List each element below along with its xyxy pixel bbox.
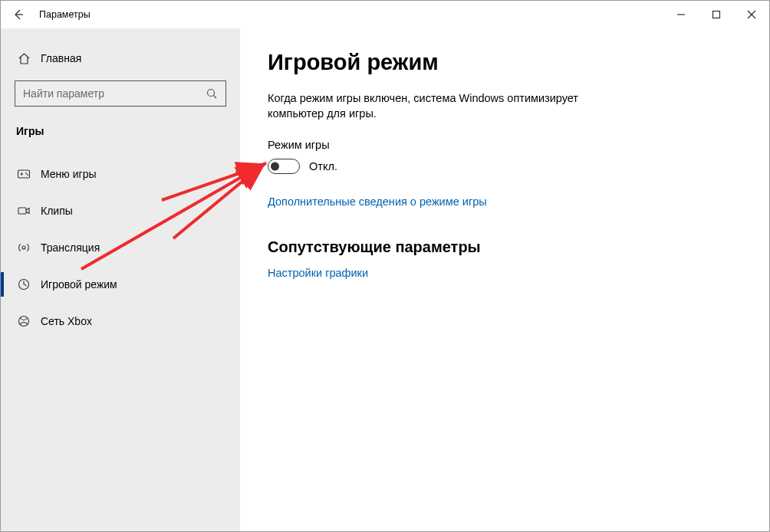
sidebar: Главная Игры	[1, 28, 240, 531]
svg-point-11	[27, 174, 28, 176]
sidebar-home[interactable]: Главная	[1, 44, 240, 73]
toggle-row: Откл.	[268, 159, 739, 174]
related-settings-title: Сопутствующие параметры	[268, 238, 739, 256]
svg-rect-7	[18, 170, 30, 178]
titlebar: Параметры	[1, 1, 769, 28]
maximize-button[interactable]	[699, 1, 734, 28]
sidebar-item-game-bar[interactable]: Меню игры	[1, 156, 240, 192]
sidebar-section-label: Игры	[1, 107, 240, 145]
search-input[interactable]	[23, 87, 189, 100]
svg-point-5	[208, 90, 215, 97]
minimize-button[interactable]	[663, 1, 699, 28]
home-icon	[16, 52, 31, 65]
sidebar-item-label: Меню игры	[31, 168, 97, 180]
window-controls	[663, 1, 769, 28]
captures-icon	[16, 204, 31, 218]
toggle-state-label: Откл.	[309, 160, 337, 172]
toggle-caption: Режим игры	[268, 139, 739, 151]
graphics-settings-link[interactable]: Настройки графики	[268, 267, 368, 279]
svg-line-6	[214, 96, 217, 99]
svg-rect-2	[713, 11, 720, 18]
svg-point-10	[25, 172, 27, 174]
page-title: Игровой режим	[268, 50, 739, 75]
sidebar-item-captures[interactable]: Клипы	[1, 192, 240, 229]
sidebar-item-broadcast[interactable]: Трансляция	[1, 229, 240, 266]
search-icon	[206, 87, 218, 100]
close-button[interactable]	[734, 1, 769, 28]
sidebar-item-xbox-net[interactable]: Сеть Xbox	[1, 303, 240, 340]
sidebar-item-label: Клипы	[31, 205, 73, 217]
sidebar-item-label: Трансляция	[31, 241, 100, 254]
sidebar-home-label: Главная	[31, 52, 81, 64]
page-description: Когда режим игры включен, система Window…	[268, 90, 636, 122]
sidebar-item-game-mode[interactable]: Игровой режим	[1, 266, 240, 303]
sidebar-item-label: Сеть Xbox	[31, 315, 92, 327]
game-mode-icon	[16, 277, 31, 291]
close-icon	[747, 10, 756, 19]
body: Главная Игры	[1, 28, 769, 531]
window-title: Параметры	[36, 9, 90, 20]
svg-point-13	[22, 246, 25, 249]
settings-window: Параметры	[0, 0, 770, 532]
svg-rect-12	[18, 208, 26, 214]
minimize-icon	[676, 10, 686, 19]
maximize-icon	[712, 10, 721, 19]
back-button[interactable]	[1, 1, 36, 28]
search-box[interactable]	[15, 80, 226, 107]
svg-line-16	[24, 284, 27, 286]
xbox-net-icon	[16, 314, 31, 328]
game-mode-toggle[interactable]	[268, 159, 300, 174]
sidebar-item-label: Игровой режим	[31, 278, 117, 291]
broadcast-icon	[16, 241, 31, 255]
back-arrow-icon	[12, 8, 25, 21]
sidebar-nav: Меню игры Клипы	[1, 145, 240, 340]
content-pane: Игровой режим Когда режим игры включен, …	[240, 28, 769, 531]
game-bar-icon	[16, 167, 31, 181]
learn-more-link[interactable]: Дополнительные сведения о режиме игры	[268, 195, 487, 208]
toggle-knob-icon	[271, 162, 279, 170]
